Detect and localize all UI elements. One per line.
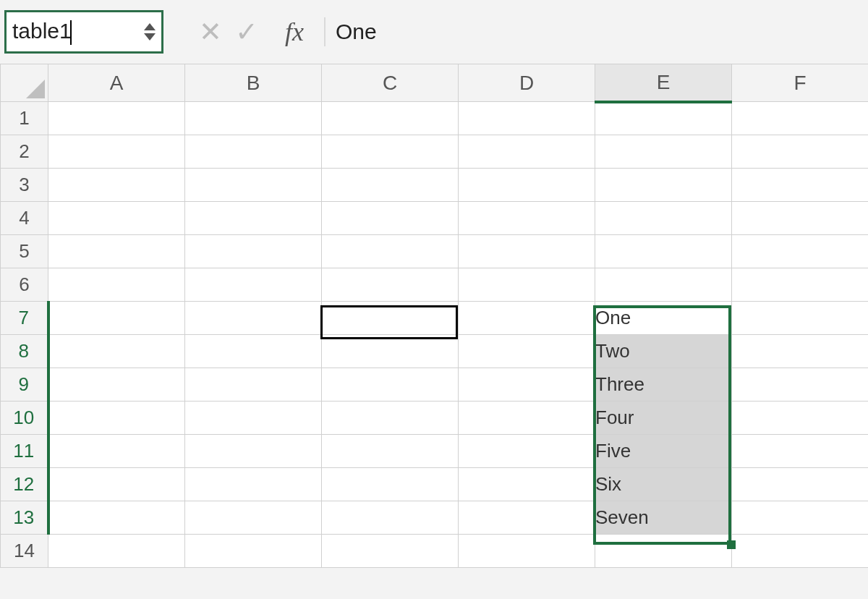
- cell[interactable]: [732, 268, 869, 302]
- cell[interactable]: Six: [595, 468, 732, 501]
- cell[interactable]: [185, 468, 322, 501]
- row-header[interactable]: 6: [1, 268, 48, 302]
- cell[interactable]: [595, 102, 732, 135]
- cell[interactable]: [732, 202, 869, 235]
- cell[interactable]: [322, 169, 459, 202]
- cell[interactable]: [322, 102, 459, 135]
- col-header-E[interactable]: E: [595, 64, 732, 102]
- cell[interactable]: [185, 368, 322, 402]
- cell[interactable]: [322, 235, 459, 268]
- cell[interactable]: Three: [595, 368, 732, 402]
- cell[interactable]: [459, 368, 595, 402]
- cell[interactable]: [48, 268, 185, 302]
- cell[interactable]: [459, 535, 595, 568]
- name-box[interactable]: table1: [4, 10, 163, 54]
- row-header[interactable]: 4: [1, 202, 48, 235]
- formula-input[interactable]: One: [336, 20, 377, 44]
- cell[interactable]: [185, 135, 322, 169]
- cell[interactable]: [732, 102, 869, 135]
- name-box-stepper[interactable]: [138, 23, 161, 41]
- cell[interactable]: [322, 268, 459, 302]
- cell[interactable]: [185, 169, 322, 202]
- cell[interactable]: [595, 135, 732, 169]
- cell[interactable]: Five: [595, 435, 732, 468]
- grid[interactable]: A B C D E F 1 2 3 4 5 6 7One 8Two 9Three…: [0, 64, 868, 568]
- enter-button[interactable]: ✓: [229, 16, 265, 48]
- col-header-A[interactable]: A: [48, 64, 185, 102]
- cell[interactable]: [185, 102, 322, 135]
- cell[interactable]: [732, 368, 869, 402]
- cell[interactable]: [322, 468, 459, 501]
- cell[interactable]: [732, 501, 869, 535]
- row-header[interactable]: 3: [1, 169, 48, 202]
- col-header-B[interactable]: B: [185, 64, 322, 102]
- cell[interactable]: [48, 335, 185, 368]
- cell[interactable]: [185, 235, 322, 268]
- cell[interactable]: [459, 268, 595, 302]
- row-header[interactable]: 1: [1, 102, 48, 135]
- cell[interactable]: Four: [595, 402, 732, 435]
- row-header[interactable]: 9: [1, 368, 48, 402]
- cell[interactable]: [322, 135, 459, 169]
- row-header[interactable]: 13: [1, 501, 48, 535]
- cell[interactable]: [48, 368, 185, 402]
- cell[interactable]: [322, 535, 459, 568]
- cell[interactable]: [732, 235, 869, 268]
- col-header-C[interactable]: C: [322, 64, 459, 102]
- cell[interactable]: [459, 402, 595, 435]
- cell[interactable]: One: [595, 302, 732, 335]
- cell[interactable]: [459, 435, 595, 468]
- cell[interactable]: [732, 169, 869, 202]
- cell[interactable]: [185, 202, 322, 235]
- cell[interactable]: [459, 135, 595, 169]
- cell[interactable]: [459, 335, 595, 368]
- cell[interactable]: [459, 302, 595, 335]
- cell[interactable]: [459, 468, 595, 501]
- row-header[interactable]: 11: [1, 435, 48, 468]
- cell[interactable]: [322, 202, 459, 235]
- cell[interactable]: [322, 501, 459, 535]
- cell[interactable]: [732, 435, 869, 468]
- cell[interactable]: [322, 402, 459, 435]
- cell[interactable]: [185, 268, 322, 302]
- cell[interactable]: [48, 102, 185, 135]
- cell[interactable]: [185, 335, 322, 368]
- cell[interactable]: [48, 235, 185, 268]
- cell[interactable]: [459, 102, 595, 135]
- row-header[interactable]: 14: [1, 535, 48, 568]
- cell[interactable]: [459, 169, 595, 202]
- cell[interactable]: [459, 202, 595, 235]
- cell[interactable]: [48, 202, 185, 235]
- cell[interactable]: [459, 235, 595, 268]
- row-header[interactable]: 10: [1, 402, 48, 435]
- cell[interactable]: Two: [595, 335, 732, 368]
- cell[interactable]: [732, 402, 869, 435]
- row-header[interactable]: 8: [1, 335, 48, 368]
- cell[interactable]: [322, 435, 459, 468]
- cell[interactable]: [185, 501, 322, 535]
- cell[interactable]: [48, 535, 185, 568]
- cell[interactable]: [48, 435, 185, 468]
- cell[interactable]: [322, 335, 459, 368]
- cell[interactable]: [48, 302, 185, 335]
- cell[interactable]: [48, 169, 185, 202]
- row-header[interactable]: 7: [1, 302, 48, 335]
- cell[interactable]: [732, 135, 869, 169]
- cell[interactable]: [185, 435, 322, 468]
- row-header[interactable]: 5: [1, 235, 48, 268]
- cell[interactable]: [322, 368, 459, 402]
- cell[interactable]: [595, 268, 732, 302]
- cell[interactable]: [459, 501, 595, 535]
- cell[interactable]: [595, 235, 732, 268]
- cell[interactable]: Seven: [595, 501, 732, 535]
- select-all-corner[interactable]: [1, 64, 48, 102]
- cell[interactable]: [732, 335, 869, 368]
- row-header[interactable]: 2: [1, 135, 48, 169]
- cell[interactable]: [595, 535, 732, 568]
- cell[interactable]: [48, 135, 185, 169]
- cell[interactable]: [595, 202, 732, 235]
- col-header-D[interactable]: D: [459, 64, 595, 102]
- cell[interactable]: [185, 535, 322, 568]
- cell[interactable]: [185, 302, 322, 335]
- cell[interactable]: [732, 535, 869, 568]
